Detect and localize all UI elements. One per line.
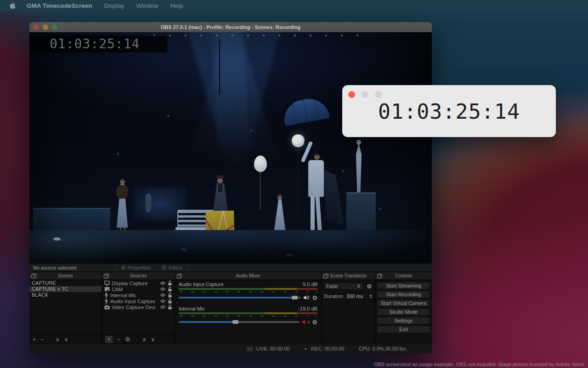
sources-list: Display Capture CAM Internal Mic [102,280,175,310]
speaker-icon[interactable] [303,295,310,300]
gear-icon: ⚙ [121,265,126,270]
eye-icon[interactable] [160,281,166,285]
chevron-up-down-icon [356,284,361,288]
preview-timecode-overlay: 01:03:25:14 [29,36,167,52]
status-bar: ((•)) LIVE: 00:00:00 ● REC: 00:00:00 CPU… [29,344,432,353]
unlock-icon[interactable] [168,281,172,286]
menu-item-display[interactable]: Display [104,2,124,9]
source-item[interactable]: Audio Input Capture [102,298,175,304]
unlock-icon[interactable] [168,293,172,298]
close-button[interactable] [348,91,355,98]
live-status: LIVE: 00:00:00 [256,346,290,351]
source-toolbar: No source selected ⚙ Properties Filters [29,263,432,271]
remove-source-button[interactable]: − [117,336,120,343]
source-down-button[interactable]: ∨ [151,336,155,343]
cpu-status: CPU: 0.9%,30.00 fps [359,346,406,351]
start-streaming-button[interactable]: Start Streaming [378,282,430,289]
add-source-button[interactable]: + [105,336,113,343]
source-item[interactable]: Video Capture Devi [102,304,175,310]
add-scene-button[interactable]: + [33,336,36,343]
source-item[interactable]: Display Capture [102,280,175,286]
duration-label: Duration [324,293,343,299]
live-broadcast-icon: ((•)) [247,346,252,351]
scene-up-button[interactable]: ∧ [56,336,60,343]
scene-item-selected[interactable]: CAPTURE + TC [29,286,102,292]
scene-item[interactable]: BLACK [29,292,102,298]
filters-icon [162,265,167,270]
obs-window: OBS 27.0.1 (mac) - Profile: Recording - … [29,22,432,353]
preview-canvas[interactable]: 01:03:25:14 [29,32,432,263]
minimize-button[interactable] [362,91,368,98]
sources-panel-title: Sources [109,273,168,278]
eye-icon[interactable] [160,287,166,291]
remove-scene-button[interactable]: − [40,336,44,343]
channel-name: Audio Input Capture [179,282,224,288]
sources-toolbar: + − ⚙ ∧ ∨ [102,334,175,344]
speaker-muted-icon[interactable] [302,319,306,325]
unlock-icon[interactable] [168,287,172,292]
source-status-text: No source selected [29,265,115,270]
stage-vignette [29,32,432,263]
start-virtual-camera-button[interactable]: Start Virtual Camera [378,300,430,306]
channel-gear-icon[interactable]: ⚙ [312,295,317,301]
rec-status: REC: 00:00:00 [311,346,344,351]
filters-button[interactable]: Filters [156,264,188,271]
volume-slider[interactable] [179,297,301,299]
transition-gear-icon[interactable]: ⚙ [367,283,372,289]
filters-label: Filters [169,265,182,270]
properties-label: Properties [128,265,151,270]
scenes-panel-header[interactable]: Scenes [29,272,102,280]
mute-x-icon: × [307,320,310,325]
source-properties-gear-icon[interactable]: ⚙ [125,336,130,342]
menu-item-window[interactable]: Window [136,2,158,9]
timecode-display: 01:03:25:14 [342,99,556,124]
eye-icon[interactable] [160,299,166,303]
eye-icon[interactable] [160,293,166,297]
transition-select[interactable]: Fade [324,282,363,290]
audio-mixer-header[interactable]: Audio Mixer [175,272,321,280]
volume-slider-handle[interactable] [292,296,298,299]
sources-panel-header[interactable]: Sources [102,272,175,280]
obs-title-bar[interactable]: OBS 27.0.1 (mac) - Profile: Recording - … [29,22,432,32]
unlock-icon[interactable] [168,305,172,310]
mixer-channel-audio-input: Audio Input Capture 9.0 dB -60-55-50-45-… [175,280,321,305]
scene-down-button[interactable]: ∨ [64,336,68,343]
channel-gear-icon[interactable]: ⚙ [312,319,317,325]
unlock-icon[interactable] [168,299,172,304]
source-up-button[interactable]: ∧ [142,336,147,343]
scenes-panel-title: Scenes [36,273,95,278]
source-item[interactable]: CAM [102,286,175,292]
eye-icon[interactable] [160,305,166,309]
volume-slider[interactable] [179,321,300,323]
exit-button[interactable]: Exit [378,326,430,333]
menu-app-name[interactable]: GMA TimecodeScreen [27,2,92,9]
sources-panel: Sources Display Capture CAM [102,272,175,344]
panel-icon [31,274,36,278]
scene-item[interactable]: CAPTURE [29,280,102,286]
dock-panels: Scenes CAPTURE CAPTURE + TC BLACK + − ∧ … [29,271,432,344]
mic-icon [104,293,108,298]
mic-icon [104,299,108,304]
audio-mixer-panel: Audio Mixer Audio Input Capture 9.0 dB -… [175,272,322,344]
start-recording-button[interactable]: Start Recording [378,291,430,298]
scenes-list: CAPTURE CAPTURE + TC BLACK [29,280,102,298]
apple-icon[interactable] [10,2,16,9]
attribution-text: OBS screenshot as usage example. OBS not… [374,362,586,367]
panel-icon [177,274,182,278]
window-title: OBS 27.0.1 (mac) - Profile: Recording - … [29,24,432,30]
properties-button[interactable]: ⚙ Properties [115,264,156,271]
source-item[interactable]: Internal Mic [102,292,175,298]
studio-mode-button[interactable]: Studio Mode [378,309,430,315]
scene-transitions-header[interactable]: Scene Transitions [322,272,375,280]
volume-slider-handle[interactable] [232,320,238,324]
display-icon [104,281,110,286]
desktop: GMA TimecodeScreen Display Window Help O… [0,0,588,368]
zoom-button[interactable] [375,91,382,98]
duration-input[interactable]: 300 ms [343,293,367,300]
settings-button[interactable]: Settings [378,317,430,324]
timecode-window[interactable]: 01:03:25:14 [342,85,556,137]
controls-header[interactable]: Controls [375,272,432,280]
duration-spinner[interactable] [368,294,373,298]
menu-item-help[interactable]: Help [170,2,183,9]
rec-dot-icon: ● [305,346,307,351]
